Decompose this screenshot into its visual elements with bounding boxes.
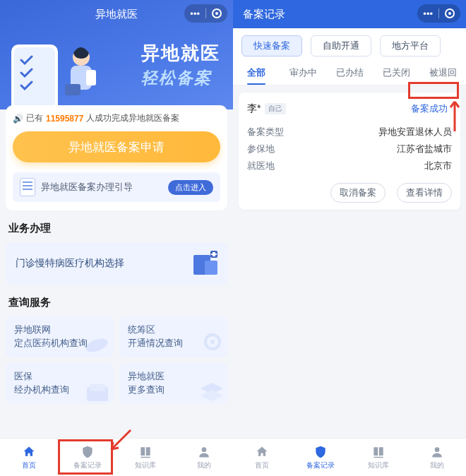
pill-fast[interactable]: 快速备案 [241, 35, 302, 56]
biz-card-label: 门诊慢特病医疗机构选择 [16, 257, 124, 270]
hospital-icon [191, 248, 219, 276]
tab-kb-r-label: 知识库 [368, 460, 389, 470]
pill-row: 快速备案 自助开通 地方平台 [233, 28, 466, 59]
tab2-processing[interactable]: 审办中 [280, 59, 326, 85]
tab-records-label: 备案记录 [73, 460, 102, 470]
user-icon [430, 445, 444, 459]
tab-kb-label: 知识库 [135, 460, 156, 470]
tab-kb[interactable]: 知识库 [116, 439, 175, 476]
pill-icon [83, 335, 111, 356]
hero-text: 异地就医 轻松备案 [141, 41, 220, 89]
svg-rect-10 [211, 254, 217, 255]
enter-chip[interactable]: 点击进入 [168, 180, 213, 195]
svg-point-19 [434, 447, 439, 452]
tab2-done[interactable]: 已办结 [326, 59, 373, 85]
miniprogram-capsule[interactable]: ••• [184, 4, 227, 23]
right-phone: 备案记录 ••• 快速备案 自助开通 地方平台 全部 审办中 已办结 已关闭 被… [233, 0, 466, 476]
cancel-record-button[interactable]: 取消备案 [330, 183, 386, 203]
section-query-title: 查询服务 [8, 296, 233, 309]
tab-mine-r[interactable]: 我的 [408, 439, 467, 476]
svg-rect-7 [205, 261, 217, 275]
pill-local[interactable]: 地方平台 [380, 35, 441, 56]
stack-icon [199, 381, 225, 403]
status-badge: 备案成功 [407, 101, 452, 117]
folder-icon [85, 383, 111, 403]
svg-rect-5 [65, 84, 80, 95]
query-grid: 异地联网 定点医药机构查询 统筹区 开通情况查询 医保 经办机构查询 异地就医 … [6, 316, 227, 404]
nav-title-right: 备案记录 [243, 8, 285, 21]
speaker-icon: 🔊 [13, 114, 23, 124]
svg-marker-17 [201, 390, 223, 401]
status-tabs: 全部 审办中 已办结 已关闭 被退回 [233, 59, 466, 85]
navbar-left: 异地就医 ••• [0, 0, 233, 28]
apply-button-label: 异地就医备案申请 [68, 139, 165, 155]
success-prefix: 已有 [26, 112, 43, 124]
hero-body: 异地就医 轻松备案 [0, 28, 233, 109]
pill-self[interactable]: 自助开通 [311, 35, 371, 56]
separator [205, 8, 206, 18]
tab-mine[interactable]: 我的 [175, 439, 234, 476]
navbar-right: 备案记录 ••• [233, 0, 466, 28]
self-chip: 自己 [265, 103, 286, 114]
svg-point-18 [201, 447, 206, 452]
location-icon [201, 332, 225, 356]
biz-card[interactable]: 门诊慢特病医疗机构选择 [6, 242, 227, 285]
nav-title: 异地就医 [95, 8, 138, 21]
tab2-returned[interactable]: 被退回 [419, 59, 466, 85]
success-count: 11595877 [46, 114, 83, 124]
svg-rect-15 [90, 384, 105, 391]
close-target-icon[interactable] [445, 8, 455, 18]
document-icon [20, 178, 35, 196]
hero-illustration [7, 32, 113, 109]
tab-home[interactable]: 首页 [0, 439, 59, 476]
tab-home-r-label: 首页 [255, 460, 269, 470]
success-row: 🔊 已有 11595877 人成功完成异地就医备案 [13, 112, 220, 124]
tabbar-right: 首页 备案记录 知识库 我的 [233, 438, 466, 476]
miniprogram-capsule-right[interactable]: ••• [417, 4, 460, 23]
home-icon [22, 445, 36, 459]
svg-point-13 [210, 340, 215, 344]
record-name: 李* [247, 102, 261, 115]
kv-0: 备案类型异地安置退休人员 [247, 124, 452, 141]
section-biz-title: 业务办理 [8, 222, 233, 235]
hero-line2: 轻松备案 [141, 67, 220, 89]
shield-icon [80, 445, 95, 459]
query-card-2[interactable]: 医保 经办机构查询 [6, 363, 114, 404]
tab2-all[interactable]: 全部 [233, 59, 280, 85]
tab-mine-r-label: 我的 [430, 460, 444, 470]
tab-mine-label: 我的 [197, 460, 211, 470]
success-suffix: 人成功完成异地就医备案 [86, 112, 179, 124]
tab-home-label: 首页 [22, 460, 36, 470]
left-phone: 异地就医 ••• [0, 0, 233, 476]
tab-records[interactable]: 备案记录 [59, 439, 117, 476]
more-icon[interactable]: ••• [190, 9, 200, 18]
book-icon [138, 445, 153, 459]
record-card[interactable]: 李* 自己 备案成功 备案类型异地安置退休人员 参保地江苏省盐城市 就医地北京市… [239, 93, 460, 210]
svg-point-11 [84, 336, 109, 355]
apply-button[interactable]: 异地就医备案申请 [13, 131, 220, 162]
user-icon [197, 445, 211, 459]
book-icon [371, 445, 386, 459]
guide-row[interactable]: 异地就医备案办理引导 点击进入 [13, 172, 220, 202]
query-card-3[interactable]: 异地就医 更多查询 [119, 363, 227, 404]
kv-2: 就医地北京市 [247, 157, 452, 174]
view-detail-button[interactable]: 查看详情 [397, 183, 452, 203]
shield-icon [313, 445, 328, 459]
tab-kb-r[interactable]: 知识库 [350, 439, 408, 476]
hero-area: 异地就医 ••• [0, 0, 233, 109]
home-icon [255, 445, 269, 459]
more-icon[interactable]: ••• [423, 9, 433, 18]
hero-line1: 异地就医 [141, 41, 220, 66]
main-card: 🔊 已有 11595877 人成功完成异地就医备案 异地就医备案申请 异地就医备… [6, 105, 227, 210]
records-body: 李* 自己 备案成功 备案类型异地安置退休人员 参保地江苏省盐城市 就医地北京市… [233, 85, 466, 438]
query-card-1[interactable]: 统筹区 开通情况查询 [119, 316, 227, 357]
record-actions: 取消备案 查看详情 [247, 183, 452, 203]
tab-home-r[interactable]: 首页 [233, 439, 292, 476]
tab-records-r[interactable]: 备案记录 [292, 439, 350, 476]
close-target-icon[interactable] [212, 8, 222, 18]
record-head: 李* 自己 备案成功 [247, 101, 452, 117]
tab-records-r-label: 备案记录 [306, 460, 335, 470]
tab2-closed[interactable]: 已关闭 [373, 59, 419, 85]
query-card-0[interactable]: 异地联网 定点医药机构查询 [6, 316, 114, 357]
kv-1: 参保地江苏省盐城市 [247, 141, 452, 157]
